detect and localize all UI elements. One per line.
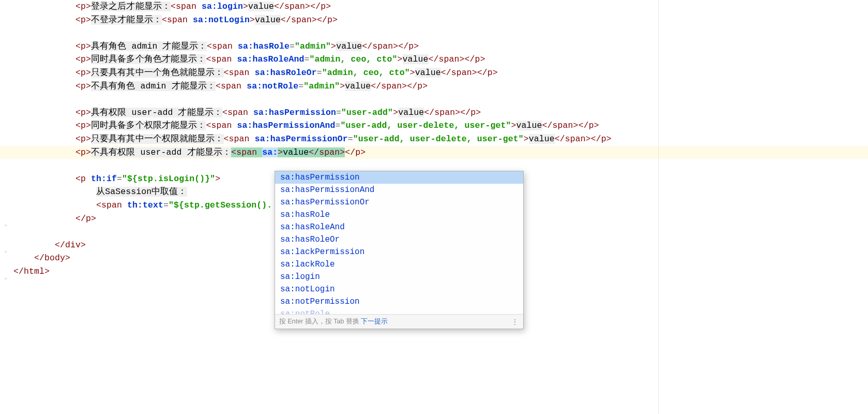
code-token: </ [345, 147, 355, 157]
autocomplete-item[interactable]: sa:notPermission [275, 295, 523, 308]
code-line[interactable]: <p>同时具备多个权限才能显示：<span sa:hasPermissionAn… [12, 119, 868, 132]
code-token: > [331, 41, 336, 51]
code-token: > [65, 253, 70, 263]
code-token: 不登录才能显示： [91, 15, 162, 25]
code-token: span [221, 81, 241, 91]
code-token: </ [555, 134, 565, 144]
code-token: </ [477, 68, 488, 78]
code-token: p [589, 121, 594, 130]
code-token: </ [281, 15, 291, 25]
code-line[interactable]: <p>只要具有其中一个角色就能显示：<span sa:hasRoleOr="ad… [12, 66, 868, 80]
code-token: = [335, 121, 340, 130]
code-token: > [398, 54, 403, 64]
code-token: value [398, 108, 424, 117]
code-token: < [96, 200, 101, 210]
code-token: "${stp.getSession(). [169, 200, 272, 210]
code-token: > [422, 81, 428, 91]
fold-toggle-icon[interactable]: ⌃ [2, 277, 9, 284]
code-token: div [65, 240, 81, 250]
vertical-scrollbar[interactable] [862, 0, 866, 414]
code-token: </ [460, 108, 470, 117]
code-token: "admin, ceo, cto" [322, 68, 410, 78]
code-token: > [86, 15, 91, 25]
autocomplete-item[interactable]: sa:lackPermission [275, 246, 523, 258]
code-token: </ [591, 134, 601, 144]
autocomplete-item[interactable]: sa:hasRoleOr [275, 233, 523, 246]
code-token: span [236, 147, 257, 157]
code-token: < [222, 108, 227, 117]
code-token: </ [441, 68, 451, 78]
code-line[interactable]: <p>登录之后才能显示：<span sa:login>value</span><… [12, 0, 868, 13]
code-token: < [162, 15, 167, 25]
code-token: > [332, 15, 338, 25]
code-line[interactable]: <p>具有角色 admin 才能显示：<span sa:hasRole="adm… [12, 40, 868, 53]
code-token: span [434, 108, 455, 117]
code-token: span [167, 15, 188, 25]
code-token: p [81, 54, 86, 64]
code-token: > [305, 2, 310, 11]
autocomplete-item[interactable]: sa:lackRole [275, 258, 523, 271]
code-token: 登录之后才能显示： [91, 2, 171, 11]
code-line[interactable]: <p>不具有权限 user-add 才能显示：<span sa:>value</… [12, 146, 868, 159]
autocomplete-popup[interactable]: sa:hasPermissionsa:hasPermissionAndsa:ha… [275, 171, 524, 329]
code-token: > [606, 134, 612, 144]
code-token: value [516, 121, 542, 130]
code-line[interactable] [12, 159, 868, 172]
code-line[interactable] [12, 26, 868, 40]
code-token: span [229, 134, 250, 144]
code-token: body [44, 253, 65, 263]
code-token: > [402, 81, 407, 91]
code-line[interactable] [12, 93, 868, 106]
autocomplete-item[interactable]: sa:hasRole [275, 209, 523, 221]
code-line[interactable]: <p>具有权限 user-add 才能显示：<span sa:hasPermis… [12, 106, 868, 120]
autocomplete-item[interactable]: sa:hasPermission [275, 171, 523, 184]
autocomplete-item[interactable]: sa:login [275, 271, 523, 283]
code-token: </ [34, 253, 44, 263]
code-line[interactable]: <p>不具有角色 admin 才能显示：<span sa:notRole="ad… [12, 80, 868, 93]
code-token: > [594, 121, 599, 130]
code-token: > [86, 54, 91, 64]
autocomplete-item[interactable]: sa:hasPermissionOr [275, 196, 523, 209]
autocomplete-item-overflow[interactable]: sa:notRole [275, 308, 523, 314]
code-token: = [163, 200, 169, 210]
code-token: > [414, 41, 419, 51]
code-line[interactable]: <p>不登录才能显示：<span sa:notLogin>value</span… [12, 13, 868, 27]
code-token: > [511, 121, 516, 130]
code-token: 具有角色 admin 才能显示： [91, 41, 207, 51]
code-token: value [345, 81, 371, 91]
code-token: sa:notRole [247, 81, 298, 91]
code-token: p [81, 2, 86, 11]
code-token: span [372, 41, 393, 51]
fold-toggle-icon[interactable]: ⌃ [2, 224, 9, 231]
code-line[interactable]: <p>同时具备多个角色才能显示：<span sa:hasRoleAnd="adm… [12, 53, 868, 66]
code-token: < [75, 174, 81, 184]
autocomplete-hint: 按 Enter 插入，按 Tab 替换 下一提示 [279, 317, 388, 326]
code-token: > [278, 147, 283, 157]
code-token: span [211, 121, 232, 130]
code-token: < [75, 134, 81, 144]
code-token: p [470, 108, 476, 117]
code-token: </ [310, 2, 321, 11]
code-token [250, 68, 255, 78]
code-token: = [298, 81, 303, 91]
autocomplete-item[interactable]: sa:notLogin [275, 283, 523, 295]
autocomplete-item[interactable]: sa:hasPermissionAnd [275, 184, 523, 196]
code-token: > [86, 81, 91, 91]
code-token [232, 121, 237, 130]
autocomplete-item[interactable]: sa:hasRoleAnd [275, 221, 523, 233]
code-token: 同时具备多个角色才能显示： [91, 54, 206, 64]
autocomplete-next-hint[interactable]: 下一提示 [359, 318, 388, 325]
code-token: p [475, 54, 480, 64]
code-token: </ [407, 81, 417, 91]
more-options-icon[interactable]: ⋮ [511, 318, 519, 326]
code-token: value [415, 68, 441, 78]
code-token: < [231, 147, 236, 157]
fold-toggle-icon[interactable]: ⌃ [2, 250, 9, 257]
code-line[interactable]: <p>只要具有其中一个权限就能显示：<span sa:hasPermission… [12, 132, 868, 146]
code-token: value [336, 41, 362, 51]
code-token: p [81, 68, 86, 78]
code-token: < [171, 2, 176, 11]
code-token: p [488, 68, 493, 78]
code-token: 只要具有其中一个权限就能显示： [91, 134, 224, 144]
code-token: > [326, 2, 331, 11]
